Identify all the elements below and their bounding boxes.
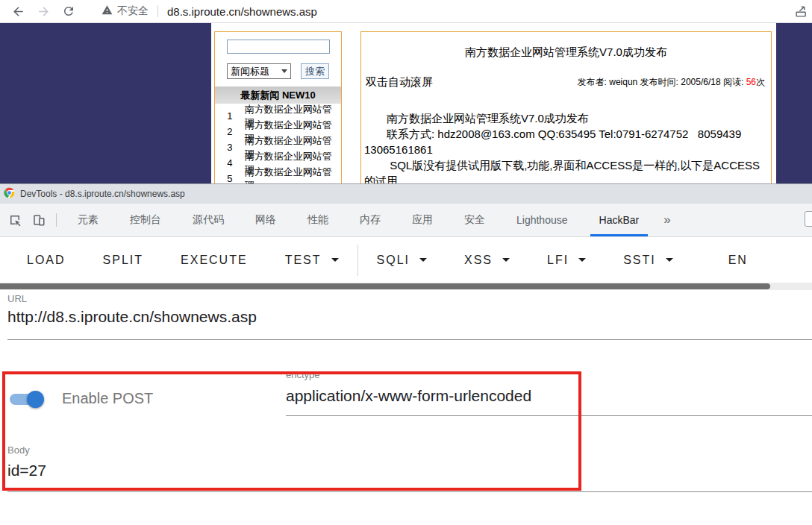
news-sidebar: 新闻标题 搜索 最新新闻 NEW10 1 南方数据企业网站管理 2 南方数据企业… (214, 31, 342, 183)
news-search-controls: 新闻标题 搜索 (215, 63, 341, 79)
menu-test-label: TEST (285, 254, 322, 267)
news-item-number: 5 (215, 173, 245, 183)
menu-lfi-label: LFI (547, 254, 569, 267)
hackbar-menu: LOAD SPLIT EXECUTE TEST SQLI XSS LFI SST… (0, 237, 812, 283)
news-list-item[interactable]: 5 南方数据企业网站管理 (215, 171, 341, 183)
url-field-underline (7, 339, 812, 340)
article-body-line: 联系方式: hdz2008@163.com QQ:635495 Tel:0791… (364, 126, 769, 142)
dropdown-caret-icon (331, 258, 339, 262)
menu-ssti-label: SSTI (623, 254, 656, 267)
article-body-line: SQL版没有提供试用版下载,功能,界面和ACCESS是一样的,以下是ACCESS… (364, 157, 769, 183)
news-category-select-value: 新闻标题 (231, 65, 269, 78)
menu-execute[interactable]: EXECUTE (162, 245, 266, 275)
address-separator (157, 5, 158, 17)
tab-hackbar[interactable]: HackBar (584, 204, 655, 236)
tab-security[interactable]: 安全 (449, 204, 501, 236)
devtools-titlebar: DevTools - d8.s.iproute.cn/shownews.asp (0, 184, 812, 204)
tabbar-divider (56, 213, 57, 227)
article-meta-prefix: 发布者: weiqun 发布时间: 2005/6/18 阅读: (578, 77, 746, 87)
chevron-down-icon (281, 69, 287, 73)
scrollbar-thumb[interactable] (0, 283, 770, 289)
devtools-tabbar: 元素 控制台 源代码 网络 性能 内存 应用 安全 Lighthouse Hac… (0, 204, 812, 237)
news-item-number: 2 (215, 126, 245, 137)
tab-elements[interactable]: 元素 (62, 204, 114, 236)
more-tabs-icon[interactable]: » (655, 213, 679, 227)
devtools-window: DevTools - d8.s.iproute.cn/shownews.asp … (0, 183, 812, 525)
menu-sqli-label: SQLI (377, 254, 410, 267)
news-item-number: 4 (215, 157, 245, 169)
article-meta-info: 发布者: weiqun 发布时间: 2005/6/18 阅读: 56次 (578, 76, 765, 89)
tab-performance[interactable]: 性能 (292, 204, 344, 236)
news-item-title[interactable]: 南方数据企业网站管理 (245, 166, 341, 184)
devtools-edge-button[interactable] (805, 211, 812, 227)
hackbar-panel: URL http://d8.s.iproute.cn/shownews.asp … (0, 290, 812, 525)
warning-triangle-icon (102, 4, 113, 19)
menu-sqli[interactable]: SQLI (358, 245, 446, 275)
dropdown-caret-icon (666, 258, 673, 262)
tab-memory[interactable]: 内存 (344, 204, 396, 236)
devtools-window-title: DevTools - d8.s.iproute.cn/shownews.asp (20, 189, 185, 199)
read-count: 56 (746, 77, 756, 87)
back-icon[interactable] (9, 2, 27, 20)
tab-application[interactable]: 应用 (396, 204, 449, 236)
article-body-line: 南方数据企业网站管理系统V7.0成功发布 (364, 110, 769, 126)
toggle-thumb[interactable] (27, 391, 44, 408)
tab-sources[interactable]: 源代码 (177, 204, 240, 236)
screen: 不安全 d8.s.iproute.cn/shownews.asp 新闻标题 搜索… (0, 0, 812, 525)
menu-split[interactable]: SPLIT (84, 245, 162, 275)
news-list: 1 南方数据企业网站管理 2 南方数据企业网站管理 3 南方数据企业网站管理 4… (215, 108, 341, 183)
url-field-value[interactable]: http://d8.s.iproute.cn/shownews.asp (7, 308, 257, 326)
forward-icon[interactable] (34, 2, 52, 20)
send-to-device-icon[interactable] (795, 5, 808, 21)
menu-xss[interactable]: XSS (446, 245, 528, 275)
site-security-badge[interactable]: 不安全 (102, 4, 149, 19)
article-panel: 南方数据企业网站管理系统V7.0成功发布 双击自动滚屏 发布者: weiqun … (360, 31, 772, 183)
news-search-button[interactable]: 搜索 (301, 63, 329, 79)
article-title: 南方数据企业网站管理系统V7.0成功发布 (361, 45, 771, 60)
webpage-viewport: 新闻标题 搜索 最新新闻 NEW10 1 南方数据企业网站管理 2 南方数据企业… (0, 23, 812, 183)
article-meta-suffix: 次 (756, 77, 765, 87)
article-meta-row: 双击自动滚屏 发布者: weiqun 发布时间: 2005/6/18 阅读: 5… (366, 75, 765, 89)
tab-network[interactable]: 网络 (240, 204, 292, 236)
browser-toolbar: 不安全 d8.s.iproute.cn/shownews.asp (0, 0, 812, 23)
enable-post-label: Enable POST (62, 390, 153, 407)
tab-lighthouse[interactable]: Lighthouse (501, 204, 584, 236)
menu-test[interactable]: TEST (266, 245, 357, 275)
url-field-label: URL (7, 293, 27, 304)
page-left-background (0, 23, 211, 183)
news-category-select[interactable]: 新闻标题 (227, 63, 291, 79)
enctype-field-value[interactable]: application/x-www-form-urlencoded (286, 387, 531, 405)
enctype-field-underline (286, 415, 812, 416)
article-body: 南方数据企业网站管理系统V7.0成功发布 联系方式: hdz2008@163.c… (364, 110, 769, 183)
menu-ssti[interactable]: SSTI (605, 245, 692, 275)
body-field-value[interactable]: id=27 (7, 462, 46, 480)
menu-encoding[interactable]: EN (710, 245, 766, 275)
body-field-label: Body (7, 444, 30, 456)
enable-post-toggle[interactable] (10, 394, 40, 405)
auto-scroll-hint[interactable]: 双击自动滚屏 (366, 75, 433, 89)
address-url[interactable]: d8.s.iproute.cn/shownews.asp (167, 5, 317, 18)
device-toolbar-icon[interactable] (27, 208, 51, 232)
tab-console[interactable]: 控制台 (114, 204, 177, 236)
page-right-background (776, 23, 812, 183)
news-item-number: 1 (215, 110, 245, 122)
enctype-field-label: enctype (286, 369, 320, 380)
dropdown-caret-icon (502, 258, 510, 262)
dropdown-caret-icon (578, 258, 586, 262)
menu-lfi[interactable]: LFI (528, 245, 605, 275)
chrome-logo-icon (4, 187, 15, 201)
body-field-underline (7, 491, 812, 492)
menu-load[interactable]: LOAD (8, 245, 84, 275)
news-list-header: 最新新闻 NEW10 (215, 87, 341, 104)
inspect-element-icon[interactable] (3, 208, 27, 232)
menu-xss-label: XSS (464, 254, 493, 267)
dropdown-caret-icon (419, 258, 427, 262)
reload-icon[interactable] (60, 2, 78, 20)
news-item-number: 3 (215, 142, 245, 153)
article-body-line: 13065161861 (364, 142, 769, 157)
not-secure-label: 不安全 (117, 4, 149, 18)
news-search-input[interactable] (227, 40, 330, 54)
horizontal-scrollbar[interactable] (0, 283, 812, 290)
